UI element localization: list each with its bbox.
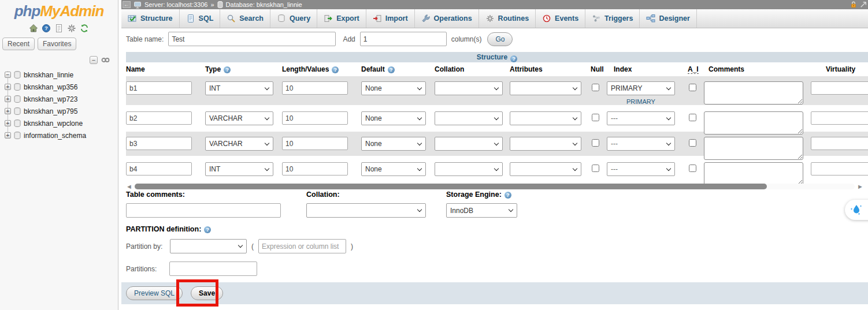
type-select[interactable]: VARCHAR [205, 111, 273, 125]
table-comments-input[interactable] [126, 203, 281, 218]
virtuality-input[interactable] [811, 111, 868, 125]
scroll-left-icon[interactable]: ◄ [126, 182, 132, 191]
collation-select[interactable] [435, 137, 503, 151]
index-select[interactable]: --- [607, 137, 675, 151]
breadcrumb-database[interactable]: Database: bknskhan_linnie [226, 1, 302, 8]
scrollbar-track[interactable] [135, 184, 855, 189]
collapse-expander-icon[interactable]: − [5, 72, 11, 78]
comments-textarea[interactable] [704, 162, 803, 185]
tab-import[interactable]: Import [366, 9, 415, 28]
tree-item-database[interactable]: + bknskhan_wpclone [0, 117, 118, 129]
primary-index-link[interactable]: PRIMARY [607, 98, 675, 105]
scroll-right-icon[interactable]: ► [857, 182, 863, 191]
attributes-select[interactable] [510, 162, 581, 176]
partitions-count-input[interactable] [169, 262, 257, 276]
help-icon[interactable] [510, 55, 517, 62]
column-name-input[interactable] [126, 111, 192, 125]
attributes-select[interactable] [510, 81, 581, 95]
partition-by-select[interactable] [170, 239, 247, 253]
expand-expander-icon[interactable]: + [5, 120, 11, 126]
refresh-icon[interactable] [80, 24, 89, 33]
tab-operations[interactable]: Operations [415, 9, 479, 28]
tab-triggers[interactable]: Triggers [585, 9, 640, 28]
partition-expression-input[interactable] [258, 239, 346, 253]
tab-events[interactable]: Events [536, 9, 585, 28]
null-checkbox[interactable] [592, 165, 599, 172]
collation-select[interactable] [435, 162, 503, 176]
link-icon[interactable] [101, 57, 110, 63]
tree-item-database[interactable]: + information_schema [0, 129, 118, 141]
sidebar-collapse-icon[interactable]: ← [123, 1, 131, 8]
help-icon[interactable]: ? [42, 24, 51, 33]
expand-expander-icon[interactable]: + [5, 108, 11, 114]
tab-sql[interactable]: SQL [180, 9, 221, 28]
settings-gear-icon[interactable] [67, 24, 76, 33]
help-icon[interactable] [224, 66, 231, 73]
expand-expander-icon[interactable]: + [5, 132, 11, 139]
null-checkbox[interactable] [592, 84, 599, 91]
index-select[interactable]: --- [607, 162, 675, 176]
documentation-icon[interactable] [54, 24, 64, 33]
default-select[interactable]: None [361, 137, 426, 151]
table-name-input[interactable] [168, 32, 336, 46]
tab-designer[interactable]: Designer [640, 9, 697, 28]
tab-search[interactable]: Search [220, 9, 270, 28]
virtuality-input[interactable] [811, 162, 868, 175]
tree-item-database[interactable]: + bknskhan_wp795 [0, 105, 118, 117]
expand-expander-icon[interactable]: + [5, 84, 11, 90]
column-name-input[interactable] [126, 81, 192, 95]
null-checkbox[interactable] [592, 114, 599, 121]
breadcrumb-server[interactable]: Server: localhost:3306 [144, 1, 207, 8]
help-icon[interactable] [204, 226, 211, 233]
tab-structure[interactable]: Structure [121, 9, 180, 28]
expand-expander-icon[interactable]: + [5, 96, 11, 102]
null-checkbox[interactable] [592, 139, 599, 147]
phpmyadmin-logo[interactable]: phpMyAdmin [0, 0, 118, 20]
tab-export[interactable]: Export [317, 9, 366, 28]
type-select[interactable]: INT [205, 81, 273, 95]
table-collation-select[interactable] [306, 203, 426, 218]
comments-textarea[interactable] [704, 137, 803, 160]
tree-item-database[interactable]: + bknskhan_wp723 [0, 93, 118, 105]
index-select[interactable]: PRIMARY [607, 81, 675, 95]
comments-textarea[interactable] [704, 111, 803, 135]
default-select[interactable]: None [361, 162, 426, 176]
length-values-input[interactable] [282, 81, 348, 95]
storage-engine-select[interactable]: InnoDB [446, 203, 517, 218]
help-icon[interactable] [388, 66, 395, 73]
length-values-input[interactable] [282, 137, 348, 150]
preview-sql-button[interactable]: Preview SQL [126, 286, 183, 300]
recent-tab[interactable]: Recent [2, 38, 35, 50]
collation-select[interactable] [435, 81, 503, 95]
extension-droplet-button[interactable] [845, 200, 868, 220]
auto-increment-checkbox[interactable] [689, 165, 696, 172]
collation-select[interactable] [435, 111, 503, 125]
virtuality-input[interactable] [811, 81, 868, 95]
tree-item-database[interactable]: + bknskhan_wp356 [0, 81, 118, 93]
help-icon[interactable] [332, 66, 339, 73]
expand-arrows-icon[interactable] [860, 1, 867, 9]
virtuality-input[interactable] [811, 137, 868, 150]
attributes-select[interactable] [510, 111, 581, 125]
tab-routines[interactable]: Routines [479, 9, 536, 28]
favorites-tab[interactable]: Favorites [38, 38, 76, 50]
auto-increment-checkbox[interactable] [689, 84, 696, 91]
length-values-input[interactable] [282, 162, 348, 175]
go-button[interactable]: Go [487, 32, 513, 46]
help-icon[interactable] [505, 192, 511, 199]
auto-increment-checkbox[interactable] [689, 114, 696, 121]
type-select[interactable]: INT [205, 162, 273, 176]
scrollbar-thumb[interactable] [135, 184, 767, 189]
default-select[interactable]: None [361, 81, 426, 95]
add-columns-input[interactable] [360, 32, 447, 46]
auto-increment-checkbox[interactable] [689, 139, 696, 147]
column-name-input[interactable] [126, 137, 192, 150]
length-values-input[interactable] [282, 111, 348, 125]
home-icon[interactable] [29, 24, 38, 33]
save-button[interactable]: Save [191, 286, 223, 300]
attributes-select[interactable] [510, 137, 581, 151]
index-select[interactable]: --- [607, 111, 675, 125]
column-name-input[interactable] [126, 162, 192, 175]
collapse-all-icon[interactable]: − [90, 56, 98, 64]
default-select[interactable]: None [361, 111, 426, 125]
